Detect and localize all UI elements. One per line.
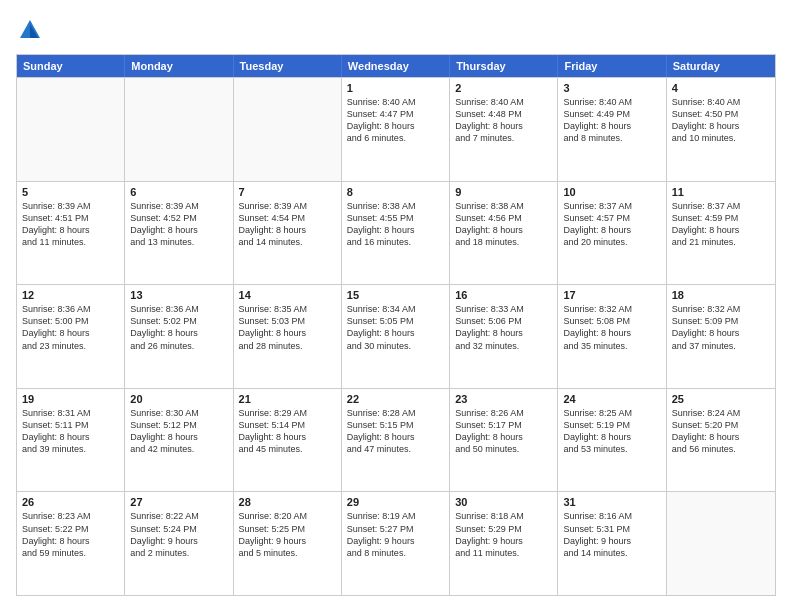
day-number: 26 xyxy=(22,496,119,508)
day-number: 1 xyxy=(347,82,444,94)
day-info: Sunrise: 8:18 AM Sunset: 5:29 PM Dayligh… xyxy=(455,510,552,559)
day-info: Sunrise: 8:35 AM Sunset: 5:03 PM Dayligh… xyxy=(239,303,336,352)
day-info: Sunrise: 8:24 AM Sunset: 5:20 PM Dayligh… xyxy=(672,407,770,456)
day-cell-26: 26Sunrise: 8:23 AM Sunset: 5:22 PM Dayli… xyxy=(17,492,125,595)
day-info: Sunrise: 8:38 AM Sunset: 4:55 PM Dayligh… xyxy=(347,200,444,249)
calendar-row-0: 1Sunrise: 8:40 AM Sunset: 4:47 PM Daylig… xyxy=(17,77,775,181)
day-info: Sunrise: 8:20 AM Sunset: 5:25 PM Dayligh… xyxy=(239,510,336,559)
day-number: 15 xyxy=(347,289,444,301)
day-number: 21 xyxy=(239,393,336,405)
day-number: 23 xyxy=(455,393,552,405)
day-info: Sunrise: 8:36 AM Sunset: 5:00 PM Dayligh… xyxy=(22,303,119,352)
header-day-tuesday: Tuesday xyxy=(234,55,342,77)
day-cell-5: 5Sunrise: 8:39 AM Sunset: 4:51 PM Daylig… xyxy=(17,182,125,285)
logo xyxy=(16,16,48,44)
day-cell-9: 9Sunrise: 8:38 AM Sunset: 4:56 PM Daylig… xyxy=(450,182,558,285)
day-cell-24: 24Sunrise: 8:25 AM Sunset: 5:19 PM Dayli… xyxy=(558,389,666,492)
day-cell-4: 4Sunrise: 8:40 AM Sunset: 4:50 PM Daylig… xyxy=(667,78,775,181)
empty-cell-0-2 xyxy=(234,78,342,181)
day-number: 19 xyxy=(22,393,119,405)
day-cell-25: 25Sunrise: 8:24 AM Sunset: 5:20 PM Dayli… xyxy=(667,389,775,492)
day-info: Sunrise: 8:32 AM Sunset: 5:08 PM Dayligh… xyxy=(563,303,660,352)
empty-cell-0-0 xyxy=(17,78,125,181)
day-info: Sunrise: 8:39 AM Sunset: 4:54 PM Dayligh… xyxy=(239,200,336,249)
day-info: Sunrise: 8:19 AM Sunset: 5:27 PM Dayligh… xyxy=(347,510,444,559)
day-number: 17 xyxy=(563,289,660,301)
day-cell-10: 10Sunrise: 8:37 AM Sunset: 4:57 PM Dayli… xyxy=(558,182,666,285)
day-cell-2: 2Sunrise: 8:40 AM Sunset: 4:48 PM Daylig… xyxy=(450,78,558,181)
day-number: 6 xyxy=(130,186,227,198)
calendar-header: SundayMondayTuesdayWednesdayThursdayFrid… xyxy=(17,55,775,77)
day-number: 3 xyxy=(563,82,660,94)
day-info: Sunrise: 8:26 AM Sunset: 5:17 PM Dayligh… xyxy=(455,407,552,456)
day-info: Sunrise: 8:29 AM Sunset: 5:14 PM Dayligh… xyxy=(239,407,336,456)
day-cell-13: 13Sunrise: 8:36 AM Sunset: 5:02 PM Dayli… xyxy=(125,285,233,388)
day-cell-1: 1Sunrise: 8:40 AM Sunset: 4:47 PM Daylig… xyxy=(342,78,450,181)
day-number: 18 xyxy=(672,289,770,301)
day-number: 30 xyxy=(455,496,552,508)
day-number: 9 xyxy=(455,186,552,198)
day-info: Sunrise: 8:16 AM Sunset: 5:31 PM Dayligh… xyxy=(563,510,660,559)
day-cell-3: 3Sunrise: 8:40 AM Sunset: 4:49 PM Daylig… xyxy=(558,78,666,181)
day-number: 2 xyxy=(455,82,552,94)
day-info: Sunrise: 8:32 AM Sunset: 5:09 PM Dayligh… xyxy=(672,303,770,352)
day-number: 16 xyxy=(455,289,552,301)
header-day-wednesday: Wednesday xyxy=(342,55,450,77)
day-info: Sunrise: 8:22 AM Sunset: 5:24 PM Dayligh… xyxy=(130,510,227,559)
day-number: 8 xyxy=(347,186,444,198)
day-info: Sunrise: 8:23 AM Sunset: 5:22 PM Dayligh… xyxy=(22,510,119,559)
day-cell-17: 17Sunrise: 8:32 AM Sunset: 5:08 PM Dayli… xyxy=(558,285,666,388)
day-info: Sunrise: 8:37 AM Sunset: 4:57 PM Dayligh… xyxy=(563,200,660,249)
day-cell-30: 30Sunrise: 8:18 AM Sunset: 5:29 PM Dayli… xyxy=(450,492,558,595)
day-number: 31 xyxy=(563,496,660,508)
day-number: 11 xyxy=(672,186,770,198)
day-number: 14 xyxy=(239,289,336,301)
day-info: Sunrise: 8:39 AM Sunset: 4:52 PM Dayligh… xyxy=(130,200,227,249)
day-info: Sunrise: 8:38 AM Sunset: 4:56 PM Dayligh… xyxy=(455,200,552,249)
day-info: Sunrise: 8:30 AM Sunset: 5:12 PM Dayligh… xyxy=(130,407,227,456)
day-cell-27: 27Sunrise: 8:22 AM Sunset: 5:24 PM Dayli… xyxy=(125,492,233,595)
empty-cell-0-1 xyxy=(125,78,233,181)
calendar-row-2: 12Sunrise: 8:36 AM Sunset: 5:00 PM Dayli… xyxy=(17,284,775,388)
day-number: 25 xyxy=(672,393,770,405)
day-info: Sunrise: 8:36 AM Sunset: 5:02 PM Dayligh… xyxy=(130,303,227,352)
day-number: 29 xyxy=(347,496,444,508)
day-cell-14: 14Sunrise: 8:35 AM Sunset: 5:03 PM Dayli… xyxy=(234,285,342,388)
day-number: 28 xyxy=(239,496,336,508)
day-cell-20: 20Sunrise: 8:30 AM Sunset: 5:12 PM Dayli… xyxy=(125,389,233,492)
calendar-body: 1Sunrise: 8:40 AM Sunset: 4:47 PM Daylig… xyxy=(17,77,775,595)
page: SundayMondayTuesdayWednesdayThursdayFrid… xyxy=(0,0,792,612)
day-info: Sunrise: 8:31 AM Sunset: 5:11 PM Dayligh… xyxy=(22,407,119,456)
day-info: Sunrise: 8:39 AM Sunset: 4:51 PM Dayligh… xyxy=(22,200,119,249)
day-info: Sunrise: 8:40 AM Sunset: 4:47 PM Dayligh… xyxy=(347,96,444,145)
day-info: Sunrise: 8:25 AM Sunset: 5:19 PM Dayligh… xyxy=(563,407,660,456)
day-cell-12: 12Sunrise: 8:36 AM Sunset: 5:00 PM Dayli… xyxy=(17,285,125,388)
day-info: Sunrise: 8:40 AM Sunset: 4:48 PM Dayligh… xyxy=(455,96,552,145)
calendar-row-4: 26Sunrise: 8:23 AM Sunset: 5:22 PM Dayli… xyxy=(17,491,775,595)
day-cell-15: 15Sunrise: 8:34 AM Sunset: 5:05 PM Dayli… xyxy=(342,285,450,388)
day-info: Sunrise: 8:33 AM Sunset: 5:06 PM Dayligh… xyxy=(455,303,552,352)
day-cell-7: 7Sunrise: 8:39 AM Sunset: 4:54 PM Daylig… xyxy=(234,182,342,285)
day-cell-16: 16Sunrise: 8:33 AM Sunset: 5:06 PM Dayli… xyxy=(450,285,558,388)
day-info: Sunrise: 8:40 AM Sunset: 4:50 PM Dayligh… xyxy=(672,96,770,145)
header-day-sunday: Sunday xyxy=(17,55,125,77)
day-number: 13 xyxy=(130,289,227,301)
day-number: 7 xyxy=(239,186,336,198)
day-info: Sunrise: 8:34 AM Sunset: 5:05 PM Dayligh… xyxy=(347,303,444,352)
header xyxy=(16,16,776,44)
day-cell-22: 22Sunrise: 8:28 AM Sunset: 5:15 PM Dayli… xyxy=(342,389,450,492)
logo-icon xyxy=(16,16,44,44)
day-cell-28: 28Sunrise: 8:20 AM Sunset: 5:25 PM Dayli… xyxy=(234,492,342,595)
header-day-monday: Monday xyxy=(125,55,233,77)
day-number: 12 xyxy=(22,289,119,301)
day-info: Sunrise: 8:37 AM Sunset: 4:59 PM Dayligh… xyxy=(672,200,770,249)
empty-cell-4-6 xyxy=(667,492,775,595)
day-cell-21: 21Sunrise: 8:29 AM Sunset: 5:14 PM Dayli… xyxy=(234,389,342,492)
day-number: 20 xyxy=(130,393,227,405)
day-cell-6: 6Sunrise: 8:39 AM Sunset: 4:52 PM Daylig… xyxy=(125,182,233,285)
day-cell-29: 29Sunrise: 8:19 AM Sunset: 5:27 PM Dayli… xyxy=(342,492,450,595)
day-cell-19: 19Sunrise: 8:31 AM Sunset: 5:11 PM Dayli… xyxy=(17,389,125,492)
day-number: 4 xyxy=(672,82,770,94)
calendar-row-1: 5Sunrise: 8:39 AM Sunset: 4:51 PM Daylig… xyxy=(17,181,775,285)
day-number: 5 xyxy=(22,186,119,198)
